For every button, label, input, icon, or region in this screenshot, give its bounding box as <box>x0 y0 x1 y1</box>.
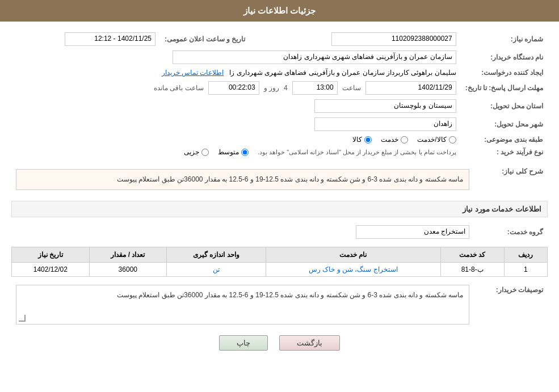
grouh-box: استخراج معدن <box>356 225 469 239</box>
section-khadamat: اطلاعات خدمات مورد نیاز <box>11 201 548 217</box>
services-table: ردیف کد خدمت نام خدمت واحد اندازه گیری ت… <box>11 247 548 277</box>
row-namDastgah: نام دستگاه خریدار: سازمان عمران و بازآفر… <box>11 48 548 66</box>
content-area: شماره نیاز: 1102092388000027 تاریخ و ساع… <box>0 22 559 365</box>
label-grouh: گروه خدمت: <box>474 223 548 241</box>
radio-motavasset[interactable]: متوسط <box>218 148 249 156</box>
col-radif: ردیف <box>504 247 547 263</box>
cell-tarikh: 1402/12/02 <box>12 263 90 277</box>
mohlat-baqi-box: 00:22:03 <box>208 81 259 95</box>
value-ostan: سیستان و بلوچستان <box>11 97 461 115</box>
title-text: جزئیات اطلاعات نیاز <box>243 6 316 15</box>
row-shahr: شهر محل تحویل: زاهدان <box>11 115 548 133</box>
value-toseifat: ماسه شکسته و دانه بندی شده 3-6 و شن شکست… <box>11 283 474 327</box>
row-ijadKonande: ایجاد کننده درخواست: سلیمان براهوئی کارب… <box>11 66 548 79</box>
toseifat-box: ماسه شکسته و دانه بندی شده 3-6 و شن شکست… <box>16 285 469 324</box>
info-table-grouh: گروه خدمت: استخراج معدن <box>11 223 548 241</box>
value-mohlat: 1402/11/29 ساعت 13:00 4 روز و 00:22:03 س… <box>11 79 461 97</box>
tarikh-text: 1402/11/25 - 12:12 <box>94 35 152 43</box>
chap-button[interactable]: چاپ <box>219 335 268 351</box>
mohlat-baqi-text: 00:22:03 <box>229 83 255 91</box>
radio-jozii[interactable]: جزیی <box>184 148 209 156</box>
cell-radif: 1 <box>504 263 547 277</box>
link-tamas-kharidad[interactable]: اطلاعات تماس خریدار <box>162 69 224 77</box>
label-mohlat: مهلت ارسال پاسخ: تا تاریخ: <box>461 79 548 97</box>
value-namDastgah: سازمان عمران و بازآفرینی فضاهای شهری شهر… <box>11 48 461 66</box>
radio-group-farayand: پرداخت تمام یا بخشی از مبلغ خریدار از مح… <box>16 148 456 156</box>
radio-kala-khadamat[interactable]: کالا/خدمت <box>417 136 456 144</box>
row-toseifat: توصیفات خریدار: ماسه شکسته و دانه بندی ش… <box>11 283 548 327</box>
col-nam: نام خدمت <box>266 247 440 263</box>
roz-label: روز و <box>264 84 279 92</box>
value-tabaqe: کالا/خدمت خدمت کالا <box>11 133 461 146</box>
label-ijadKonande: ایجاد کننده درخواست: <box>461 66 548 79</box>
cell-tedad: 36000 <box>89 263 166 277</box>
farayand-desc: پرداخت تمام یا بخشی از مبلغ خریدار از مح… <box>258 149 456 156</box>
grouh-text: استخراج معدن <box>424 227 465 235</box>
row-shomareNiaz: شماره نیاز: 1102092388000027 تاریخ و ساع… <box>11 30 548 48</box>
sharhKolli-text: ماسه شکسته و دانه بندی شده 3-6 و شن شکست… <box>117 175 463 183</box>
radio-jozii-label: جزیی <box>184 148 199 156</box>
value-grouh: استخراج معدن <box>11 223 474 241</box>
header-row: ردیف کد خدمت نام خدمت واحد اندازه گیری ت… <box>12 247 548 263</box>
label-shahr: شهر محل تحویل: <box>461 115 548 133</box>
shahr-text: زاهدان <box>434 120 452 128</box>
radio-kala-khadamat-input[interactable] <box>449 136 456 144</box>
radio-motavasset-label: متوسط <box>218 148 239 156</box>
label-shomareNiaz: شماره نیاز: <box>461 30 548 48</box>
info-table-main: شماره نیاز: 1102092388000027 تاریخ و ساع… <box>11 30 548 158</box>
services-table-header: ردیف کد خدمت نام خدمت واحد اندازه گیری ت… <box>12 247 548 263</box>
ostan-box: سیستان و بلوچستان <box>314 99 456 113</box>
ijadKonande-text: سلیمان براهوئی کاربرداز سازمان عمران و ب… <box>229 69 456 77</box>
page-container: جزئیات اطلاعات نیاز شماره نیاز: 11020923… <box>0 0 559 392</box>
value-tarikh: 1402/11/25 - 12:12 <box>11 30 160 48</box>
radio-kala-input[interactable] <box>364 136 372 144</box>
mohlat-saat-text: 13:00 <box>317 83 334 91</box>
shomareNiaz-text: 1102092388000027 <box>392 35 452 43</box>
cell-vahed: تن <box>167 263 266 277</box>
info-table-sharh: شرح کلی نیاز: ماسه شکسته و دانه بندی شده… <box>11 164 548 195</box>
info-table-toseifat: توصیفات خریدار: ماسه شکسته و دانه بندی ش… <box>11 283 548 327</box>
radio-motavasset-input[interactable] <box>241 149 249 156</box>
value-ijadKonande: سلیمان براهوئی کاربرداز سازمان عمران و ب… <box>11 66 461 79</box>
time-row: 1402/11/29 ساعت 13:00 4 روز و 00:22:03 س… <box>16 81 456 95</box>
namDastgah-text: سازمان عمران و بازآفرینی فضاهای شهری شهر… <box>283 53 452 61</box>
mohlat-date-box: 1402/11/29 <box>365 81 456 95</box>
table-row: 1 ب-8-81 استخراج سنگ، شن و خاک رس تن 360… <box>12 263 548 277</box>
section-khadamat-title: اطلاعات خدمات مورد نیاز <box>463 205 541 213</box>
row-noeFarayand: نوع فرآیند خرید : پرداخت تمام یا بخشی از… <box>11 146 548 158</box>
row-sharhKolli: شرح کلی نیاز: ماسه شکسته و دانه بندی شده… <box>11 164 548 195</box>
radio-group-tabaqe: کالا/خدمت خدمت کالا <box>16 136 456 144</box>
radio-kala[interactable]: کالا <box>352 136 372 144</box>
value-shomareNiaz: 1102092388000027 <box>261 30 460 48</box>
radio-khadamat-label: خدمت <box>381 136 398 144</box>
label-toseifat: توصیفات خریدار: <box>474 283 548 327</box>
baqi-label: ساعت باقی مانده <box>154 84 204 92</box>
roz-value: 4 <box>284 84 288 92</box>
label-sharhKolli: شرح کلی نیاز: <box>474 164 548 195</box>
cell-nam: استخراج سنگ، شن و خاک رس <box>266 263 440 277</box>
row-ostan: استان محل تحویل: سیستان و بلوچستان <box>11 97 548 115</box>
page-title: جزئیات اطلاعات نیاز <box>0 0 559 22</box>
col-kod: کد خدمت <box>440 247 504 263</box>
shahr-box: زاهدان <box>314 117 456 131</box>
bazgasht-button[interactable]: بازگشت <box>279 335 340 351</box>
mohlat-date-text: 1402/11/29 <box>418 83 452 91</box>
radio-jozii-input[interactable] <box>201 149 209 156</box>
toseifat-text: ماسه شکسته و دانه بندی شده 3-6 و شن شکست… <box>117 291 463 299</box>
label-tabaqe: طبقه بندی موضوعی: <box>461 133 548 146</box>
row-tabaqe: طبقه بندی موضوعی: کالا/خدمت خدمت <box>11 133 548 146</box>
value-noeFarayand: پرداخت تمام یا بخشی از مبلغ خریدار از مح… <box>11 146 461 158</box>
label-tarikh: تاریخ و ساعت اعلان عمومی: <box>160 30 250 48</box>
mohlat-saat-box: 13:00 <box>292 81 338 95</box>
radio-khadamat[interactable]: خدمت <box>381 136 408 144</box>
sharhKolli-box: ماسه شکسته و دانه بندی شده 3-6 و شن شکست… <box>16 169 469 190</box>
radio-khadamat-input[interactable] <box>401 136 408 144</box>
label-namDastgah: نام دستگاه خریدار: <box>461 48 548 66</box>
col-tedad: تعداد / مقدار <box>89 247 166 263</box>
tarikh-box: 1402/11/25 - 12:12 <box>65 32 155 46</box>
label-noeFarayand: نوع فرآیند خرید : <box>461 146 548 158</box>
row-mohlat: مهلت ارسال پاسخ: تا تاریخ: 1402/11/29 سا… <box>11 79 548 97</box>
namDastgah-box: سازمان عمران و بازآفرینی فضاهای شهری شهر… <box>173 50 456 64</box>
buttons-row: بازگشت چاپ <box>11 335 548 356</box>
saat-label: ساعت <box>342 84 361 92</box>
